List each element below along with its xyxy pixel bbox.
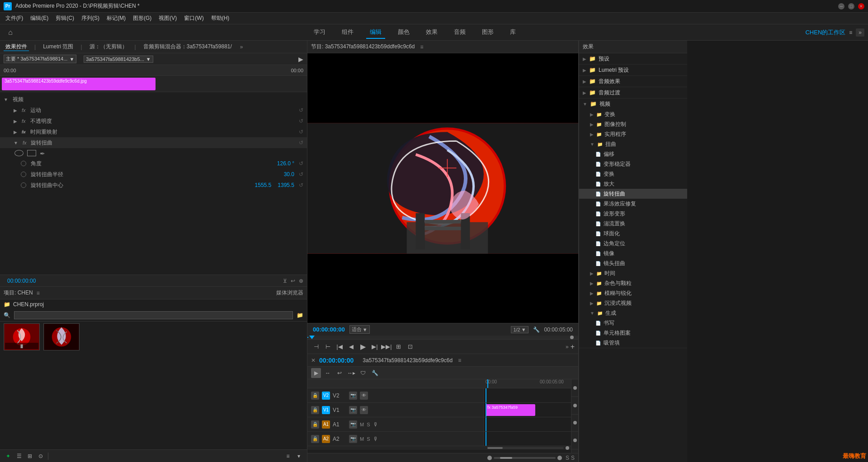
menubar-item-窗口W[interactable]: 窗口(W) (180, 13, 207, 24)
effect-cell-pattern[interactable]: 📄 单元格图案 (579, 328, 687, 338)
sort-icon[interactable]: ≡ (283, 452, 292, 461)
v2-vol-knob[interactable] (573, 386, 577, 390)
effect-time[interactable]: ▶ 📁 时间 (579, 268, 687, 278)
nav-item-audio[interactable]: 音频 (450, 26, 469, 39)
rect-tool[interactable] (27, 150, 36, 156)
angle-value[interactable]: 126.0 ° (277, 160, 294, 167)
a1-vol-knob[interactable] (573, 421, 577, 425)
menubar-item-剪辑C[interactable]: 剪辑(C) (52, 13, 78, 24)
track-a1-mic[interactable]: 🎙 (373, 421, 378, 428)
tab-lumetri[interactable]: Lumetri 范围 (41, 43, 75, 51)
play-button[interactable]: ▶ (358, 342, 368, 352)
nav-item-assembly[interactable]: 组件 (338, 26, 357, 39)
prop-angle[interactable]: 角度 126.0 ° ↺ (0, 158, 307, 169)
effect-generate[interactable]: ▼ 📁 生成 (579, 308, 687, 318)
more-controls-icon[interactable]: » (566, 344, 569, 350)
effect-image-control[interactable]: ▶ 📁 图像控制 (579, 119, 687, 129)
reset-motion[interactable]: ↺ (299, 107, 303, 113)
track-v2-eye[interactable]: 👁 (360, 392, 368, 400)
monitor-menu-icon[interactable]: ≡ (420, 44, 424, 50)
track-a1-camera[interactable]: 📷 (349, 420, 357, 429)
effect-blur-sharpen[interactable]: ▶ 📁 模糊与锐化 (579, 288, 687, 298)
source-main-dropdown[interactable]: 主要 * 3a575347fa598814... ▼ (4, 55, 76, 63)
add-clip-icon[interactable]: ⊕ (299, 278, 303, 284)
thumbnail-2[interactable] (43, 323, 80, 350)
panel-close-icon[interactable]: » (240, 44, 243, 50)
effect-spherize[interactable]: 📄 球面化 (579, 229, 687, 238)
nav-item-color[interactable]: 颜色 (394, 26, 413, 39)
tab-source[interactable]: 源：（无剪辑） (88, 43, 129, 51)
effect-magnify[interactable]: 📄 放大 (579, 179, 687, 189)
media-browser-label[interactable]: 媒体浏览器 (276, 289, 303, 297)
search-folder-icon[interactable]: 📁 (297, 312, 303, 318)
category-presets-header[interactable]: ▶ 📁 预设 (579, 53, 687, 64)
project-file-item[interactable]: 📁 CHEN.prproj (0, 299, 307, 309)
nav-item-learn[interactable]: 学习 (310, 26, 329, 39)
track-a2-mic[interactable]: 🎙 (373, 436, 378, 442)
zoom-right[interactable] (557, 456, 562, 460)
monitor-progress-bar[interactable] (307, 336, 578, 339)
monitor-timecode-start[interactable]: 00:00:00:00 (313, 326, 345, 333)
timeline-menu-icon[interactable]: ≡ (458, 357, 461, 364)
mark-in-button[interactable]: ⊣ (311, 342, 321, 352)
goto-out-button[interactable]: ▶▶| (382, 342, 392, 352)
tab-audio-mixer[interactable]: 音频剪辑混合器：3a575347fa59881/ (142, 43, 234, 51)
effect-mirror[interactable]: 📄 镜像 (579, 248, 687, 258)
menubar-item-视图V[interactable]: 视图(V) (155, 13, 180, 24)
zoom-left[interactable] (487, 456, 492, 460)
step-forward-button[interactable]: ▶| (370, 342, 380, 352)
list-view-icon[interactable]: ☰ (14, 452, 24, 461)
category-audio-effects-header[interactable]: ▶ 📁 音频效果 (579, 76, 687, 87)
step-back-button[interactable]: ◀ (346, 342, 356, 352)
workspace-name[interactable]: CHEN的工作区 (805, 28, 845, 37)
track-a2-toggle[interactable]: A2 (322, 435, 330, 443)
category-audio-transitions-header[interactable]: ▶ 📁 音频过渡 (579, 87, 687, 98)
home-button[interactable]: ⌂ (4, 26, 17, 39)
reset-center[interactable]: ↺ (299, 182, 303, 188)
track-v1-camera[interactable]: 📷 (349, 406, 357, 414)
effect-write-on[interactable]: 📄 书写 (579, 318, 687, 328)
nav-more-button[interactable]: » (856, 28, 864, 37)
prop-twirl[interactable]: ▼ fx 旋转扭曲 ↺ (0, 137, 307, 148)
nav-item-edit[interactable]: 编辑 (366, 26, 385, 39)
angle-keyframe[interactable] (21, 161, 26, 166)
scroll-track[interactable] (487, 447, 564, 449)
track-v2-toggle[interactable]: V2 (322, 392, 330, 400)
goto-icon[interactable]: ↩ (291, 278, 295, 284)
effect-distort[interactable]: ▼ 📁 扭曲 (579, 139, 687, 149)
select-tool[interactable]: ▶ (311, 368, 321, 378)
track-a1-toggle[interactable]: A1 (322, 420, 330, 429)
effect-utility[interactable]: ▶ 📁 实用程序 (579, 129, 687, 139)
track-a2-camera[interactable]: 📷 (349, 435, 357, 443)
project-menu-icon[interactable]: ≡ (37, 290, 40, 296)
effect-twirl[interactable]: 📄 旋转扭曲 (579, 189, 687, 199)
reset-timeremap[interactable]: ↺ (299, 129, 303, 135)
track-a1-lock[interactable]: 🔒 (311, 420, 319, 429)
reset-radius[interactable]: ↺ (299, 171, 303, 177)
track-v2-lock[interactable]: 🔒 (311, 392, 319, 400)
settings-tool[interactable]: 🔧 (370, 368, 380, 378)
tl-S2-marker[interactable]: S (571, 455, 575, 461)
v1-clip[interactable]: fx 3a575347fa59 (486, 404, 535, 416)
effect-turbulent[interactable]: 📄 湍流置换 (579, 219, 687, 229)
tab-effect-controls[interactable]: 效果控件 (4, 43, 29, 51)
add-marker-icon[interactable]: + (571, 343, 575, 351)
info-icon[interactable]: ⊙ (36, 452, 45, 461)
v1-vol-knob[interactable] (573, 404, 577, 407)
prop-opacity[interactable]: ▶ fx 不透明度 ↺ (0, 116, 307, 126)
center-value2[interactable]: 1395.5 (278, 182, 294, 188)
effect-lens-distort[interactable]: 📄 镜头扭曲 (579, 258, 687, 268)
effect-transform2[interactable]: 📄 变换 (579, 169, 687, 179)
reset-twirl[interactable]: ↺ (299, 140, 303, 146)
radius-keyframe[interactable] (21, 172, 26, 177)
track-a2-s[interactable]: S (367, 436, 370, 442)
effect-wave-warp[interactable]: 📄 波形变形 (579, 209, 687, 219)
menubar-item-序列S[interactable]: 序列(S) (78, 13, 103, 24)
pen-tool[interactable]: ✒ (40, 150, 49, 156)
nav-item-graphics[interactable]: 图形 (478, 26, 497, 39)
track-a2-m[interactable]: M (360, 436, 364, 442)
zoom-slider[interactable] (494, 457, 556, 459)
reset-angle[interactable]: ↺ (299, 160, 303, 167)
close-button[interactable]: ✕ (858, 3, 864, 9)
center-keyframe[interactable] (21, 182, 26, 188)
